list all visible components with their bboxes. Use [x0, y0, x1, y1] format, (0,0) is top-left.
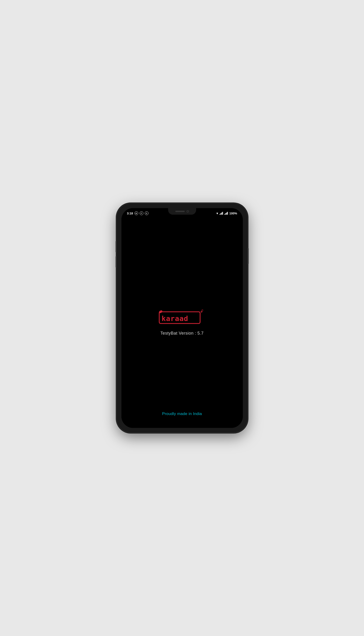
status-bar-right: ▾ 100%: [216, 211, 237, 215]
splash-screen: karaad + ® TestyBat Version : 5.7 Proudl…: [122, 219, 243, 428]
volume-down-button[interactable]: [116, 256, 117, 268]
wifi-icon: ▾: [216, 211, 218, 215]
status-bar-left: 3:18 W P D: [127, 211, 148, 215]
front-camera: [186, 210, 189, 213]
svg-text:®: ®: [202, 309, 203, 312]
status-bar: 3:18 W P D ▾: [122, 208, 243, 219]
svg-text:karaad: karaad: [162, 314, 188, 323]
volume-up-button[interactable]: [116, 241, 117, 253]
karaad-logo-svg: karaad + ®: [156, 307, 208, 326]
tagline-text: Proudly made in India: [162, 411, 202, 416]
power-button[interactable]: [248, 248, 249, 264]
battery-percentage: 100%: [229, 211, 237, 215]
signal-strength-2-icon: [224, 212, 228, 215]
version-label: TestyBat Version : 5.7: [160, 331, 204, 336]
speaker-grill: [175, 211, 185, 212]
brand-logo: karaad + ®: [156, 307, 208, 326]
discord-icon: D: [145, 211, 148, 215]
time-display: 3:18: [127, 211, 133, 215]
signal-strength-icon: [220, 212, 223, 215]
podcast-icon: P: [140, 211, 143, 215]
notch: [168, 208, 196, 215]
phone-screen: 3:18 W P D ▾: [122, 208, 243, 428]
phone-device: 3:18 W P D ▾: [117, 203, 248, 433]
whatsapp-icon: W: [134, 211, 138, 215]
logo-container: karaad + ® TestyBat Version : 5.7: [156, 307, 208, 336]
